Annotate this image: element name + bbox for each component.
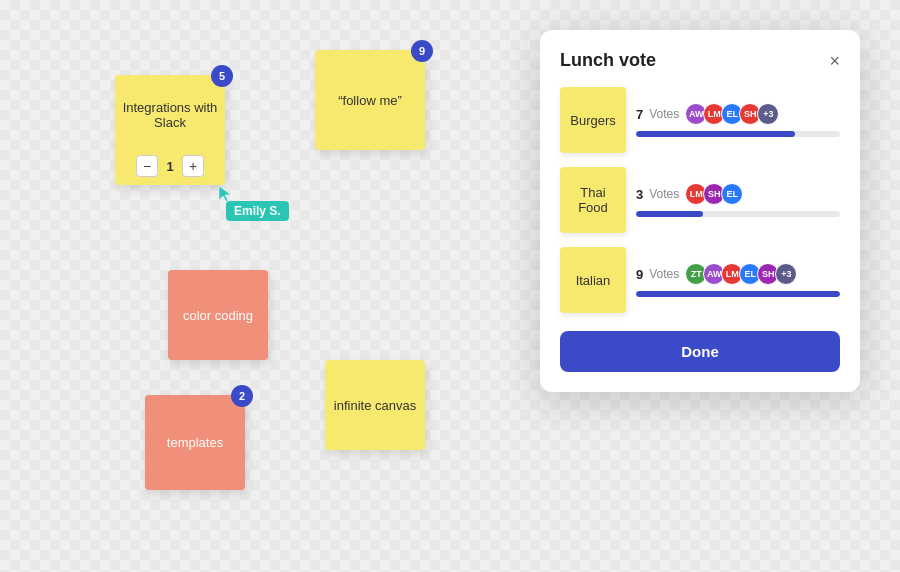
- vote-count-thai: 3: [636, 187, 643, 202]
- vote-item-burgers: Burgers 7 Votes AW LM EL SH +3: [560, 87, 840, 153]
- vote-bar-track-italian: [636, 291, 840, 297]
- vote-info-italian: 9 Votes ZT AW LM EL SH +3: [636, 263, 840, 297]
- cursor-label: Emily S.: [226, 201, 289, 221]
- avatar-extra-italian: +3: [775, 263, 797, 285]
- vote-meta-burgers: 7 Votes AW LM EL SH +3: [636, 103, 840, 125]
- vote-meta-thai: 3 Votes LM SH EL: [636, 183, 840, 205]
- vote-item-italian: Italian 9 Votes ZT AW LM EL SH +3: [560, 247, 840, 313]
- vote-sticky-italian: Italian: [560, 247, 626, 313]
- badge-follow-me: 9: [411, 40, 433, 62]
- vote-meta-italian: 9 Votes ZT AW LM EL SH +3: [636, 263, 840, 285]
- vote-count-burgers: 7: [636, 107, 643, 122]
- vote-info-thai: 3 Votes LM SH EL: [636, 183, 840, 217]
- modal-header: Lunch vote ×: [560, 50, 840, 71]
- vote-sticky-burgers: Burgers: [560, 87, 626, 153]
- sticky-integrations[interactable]: 5 Integrations with Slack − 1 +: [115, 75, 225, 185]
- stepper-integrations[interactable]: − 1 +: [136, 155, 204, 177]
- avatar-el-thai: EL: [721, 183, 743, 205]
- vote-bar-track-thai: [636, 211, 840, 217]
- vote-label-italian: Votes: [649, 267, 679, 281]
- sticky-color-coding[interactable]: color coding: [168, 270, 268, 360]
- modal-title: Lunch vote: [560, 50, 656, 71]
- cursor-container: Emily S.: [218, 185, 232, 207]
- avatar-group-burgers: AW LM EL SH +3: [685, 103, 779, 125]
- vote-bar-track-burgers: [636, 131, 840, 137]
- sticky-templates[interactable]: 2 templates: [145, 395, 245, 490]
- vote-bar-fill-thai: [636, 211, 703, 217]
- avatar-extra-burgers: +3: [757, 103, 779, 125]
- stepper-plus[interactable]: +: [182, 155, 204, 177]
- badge-integrations: 5: [211, 65, 233, 87]
- close-button[interactable]: ×: [829, 52, 840, 70]
- vote-info-burgers: 7 Votes AW LM EL SH +3: [636, 103, 840, 137]
- vote-bar-fill-burgers: [636, 131, 795, 137]
- vote-count-italian: 9: [636, 267, 643, 282]
- avatar-group-italian: ZT AW LM EL SH +3: [685, 263, 797, 285]
- vote-item-thai: Thai Food 3 Votes LM SH EL: [560, 167, 840, 233]
- done-button[interactable]: Done: [560, 331, 840, 372]
- vote-label-thai: Votes: [649, 187, 679, 201]
- badge-templates: 2: [231, 385, 253, 407]
- sticky-infinite-canvas[interactable]: infinite canvas: [325, 360, 425, 450]
- sticky-follow-me[interactable]: 9 “follow me”: [315, 50, 425, 150]
- vote-bar-fill-italian: [636, 291, 840, 297]
- stepper-value: 1: [164, 159, 176, 174]
- avatar-group-thai: LM SH EL: [685, 183, 743, 205]
- lunch-vote-modal: Lunch vote × Burgers 7 Votes AW LM EL SH…: [540, 30, 860, 392]
- vote-label-burgers: Votes: [649, 107, 679, 121]
- vote-sticky-thai: Thai Food: [560, 167, 626, 233]
- stepper-minus[interactable]: −: [136, 155, 158, 177]
